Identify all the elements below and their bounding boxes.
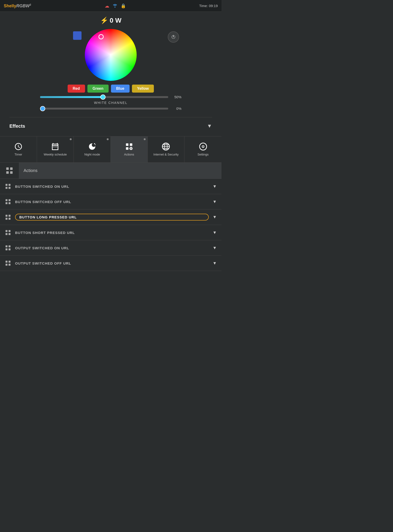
svg-rect-22 bbox=[9, 187, 10, 189]
svg-rect-17 bbox=[6, 171, 9, 174]
svg-rect-20 bbox=[9, 184, 10, 186]
svg-rect-24 bbox=[9, 199, 10, 201]
tab-actions-label: Actions bbox=[124, 153, 134, 157]
action-out-off-label: OUTPUT SWITCHED OFF URL bbox=[15, 261, 209, 265]
tab-weekly-dot bbox=[70, 138, 72, 140]
action-btn-long-label: BUTTON LONG PRESSED URL bbox=[15, 214, 209, 220]
svg-rect-15 bbox=[6, 167, 9, 170]
svg-rect-19 bbox=[6, 184, 8, 186]
action-list: BUTTON SWITCHED ON URL ▼ BUTTON SWITCHED… bbox=[0, 179, 221, 271]
svg-point-1 bbox=[95, 144, 96, 145]
tab-night-dot bbox=[107, 138, 109, 140]
action-btn-short[interactable]: BUTTON SHORT PRESSED URL ▼ bbox=[0, 225, 221, 240]
blue-button[interactable]: Blue bbox=[111, 85, 130, 93]
svg-rect-29 bbox=[6, 218, 8, 220]
white-channel-slider-thumb[interactable] bbox=[40, 106, 45, 111]
color-buttons: Red Green Blue Yellow bbox=[68, 85, 154, 93]
tab-settings-label: Settings bbox=[197, 153, 209, 157]
yellow-button[interactable]: Yellow bbox=[132, 85, 154, 93]
svg-rect-23 bbox=[6, 199, 8, 201]
effects-row[interactable]: Effects ▼ bbox=[0, 120, 221, 132]
logo-rgbw: RGBW bbox=[16, 4, 30, 8]
svg-rect-32 bbox=[9, 230, 10, 232]
action-btn-off-icon bbox=[5, 198, 11, 205]
actions-panel-title: Actions bbox=[19, 165, 221, 177]
svg-rect-41 bbox=[6, 264, 8, 266]
red-button[interactable]: Red bbox=[68, 85, 85, 93]
color-section: Red Green Blue Yellow 50% WHITE CHANNEL … bbox=[0, 27, 221, 115]
action-out-on-label: OUTPUT SWITCHED ON URL bbox=[15, 246, 209, 250]
action-out-on-icon bbox=[5, 244, 11, 251]
svg-rect-36 bbox=[9, 245, 10, 247]
app-header: ShellyRGBW2 ☁ 🔒 Time: 09:19 bbox=[0, 0, 221, 12]
color-cursor[interactable] bbox=[98, 34, 104, 39]
actions-tab-icon bbox=[0, 163, 19, 179]
header-status-icons: ☁ 🔒 bbox=[105, 3, 126, 9]
svg-rect-18 bbox=[10, 171, 13, 174]
actions-panel-icon bbox=[5, 166, 14, 175]
tab-actions-dot bbox=[144, 138, 146, 140]
power-value: 0 W bbox=[110, 17, 122, 24]
action-out-on[interactable]: OUTPUT SWITCHED ON URL ▼ bbox=[0, 240, 221, 256]
tab-night-label: Night mode bbox=[84, 153, 100, 157]
brightness-value: 50% bbox=[171, 95, 182, 99]
white-channel-value: 0% bbox=[171, 107, 182, 111]
svg-rect-28 bbox=[9, 215, 10, 216]
actions-panel-header: Actions bbox=[0, 163, 221, 179]
svg-rect-3 bbox=[130, 143, 133, 146]
tab-night-mode[interactable]: Night mode bbox=[74, 137, 111, 162]
cloud-icon: ☁ bbox=[105, 3, 109, 9]
timer-icon bbox=[14, 142, 23, 151]
color-swatch[interactable] bbox=[73, 31, 82, 40]
tab-settings[interactable]: i Settings bbox=[184, 137, 221, 162]
tabs-grid: Timer Weekly schedule Night mode Actions… bbox=[0, 136, 221, 163]
svg-rect-39 bbox=[6, 261, 8, 263]
logo-shelly: Shelly bbox=[4, 4, 16, 8]
svg-rect-42 bbox=[9, 264, 10, 266]
action-btn-short-icon bbox=[5, 229, 11, 236]
effects-label: Effects bbox=[10, 123, 25, 129]
green-button[interactable]: Green bbox=[87, 85, 109, 93]
logo-version: 2 bbox=[30, 3, 31, 6]
action-btn-off-label: BUTTON SWITCHED OFF URL bbox=[15, 200, 209, 204]
svg-rect-33 bbox=[6, 233, 8, 235]
weekly-schedule-icon bbox=[51, 142, 59, 151]
actions-icon bbox=[125, 142, 133, 151]
svg-rect-31 bbox=[6, 230, 8, 232]
tab-actions[interactable]: Actions bbox=[111, 137, 148, 162]
effects-chevron-icon: ▼ bbox=[207, 123, 212, 129]
action-btn-on[interactable]: BUTTON SWITCHED ON URL ▼ bbox=[0, 179, 221, 194]
svg-rect-27 bbox=[6, 215, 8, 216]
white-channel-slider-track[interactable] bbox=[40, 108, 168, 110]
power-section: ⚡ 0 W bbox=[0, 12, 221, 27]
night-mode-icon bbox=[88, 142, 96, 151]
action-btn-off[interactable]: BUTTON SWITCHED OFF URL ▼ bbox=[0, 194, 221, 210]
svg-rect-4 bbox=[126, 147, 128, 150]
color-wheel[interactable] bbox=[85, 29, 137, 81]
divider-1 bbox=[10, 117, 212, 117]
brightness-slider-track[interactable] bbox=[40, 96, 168, 98]
action-btn-short-chevron: ▼ bbox=[212, 230, 217, 235]
svg-rect-16 bbox=[10, 167, 13, 170]
svg-rect-38 bbox=[9, 248, 10, 250]
internet-security-icon bbox=[162, 142, 170, 151]
power-button[interactable] bbox=[168, 31, 179, 43]
brightness-slider-thumb[interactable] bbox=[100, 94, 106, 100]
action-btn-long-chevron: ▼ bbox=[212, 215, 217, 220]
header-time: Time: 09:19 bbox=[199, 4, 218, 8]
tab-internet-label: Internet & Security bbox=[153, 153, 179, 157]
tab-weekly-schedule[interactable]: Weekly schedule bbox=[37, 137, 74, 162]
bolt-icon: ⚡ bbox=[100, 16, 108, 24]
action-out-off[interactable]: OUTPUT SWITCHED OFF URL ▼ bbox=[0, 256, 221, 271]
svg-point-6 bbox=[130, 148, 132, 149]
action-btn-off-chevron: ▼ bbox=[212, 199, 217, 204]
svg-rect-21 bbox=[6, 187, 8, 189]
action-out-off-icon bbox=[5, 260, 11, 266]
action-btn-long[interactable]: BUTTON LONG PRESSED URL ▼ bbox=[0, 210, 221, 225]
tab-internet-security[interactable]: Internet & Security bbox=[148, 137, 185, 162]
svg-point-0 bbox=[94, 143, 95, 144]
action-btn-on-chevron: ▼ bbox=[212, 184, 217, 189]
tab-timer[interactable]: Timer bbox=[0, 137, 37, 162]
action-btn-long-icon bbox=[5, 214, 11, 220]
svg-rect-34 bbox=[9, 233, 10, 235]
